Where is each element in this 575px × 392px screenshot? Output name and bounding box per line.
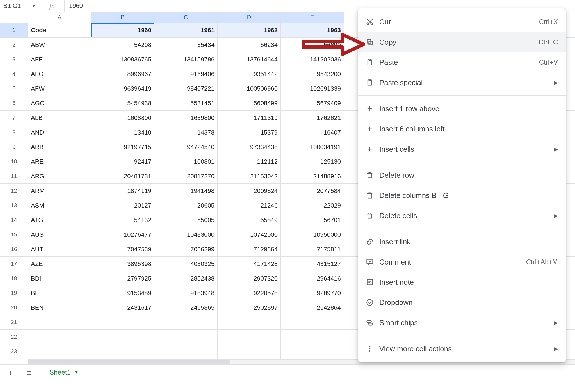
menu-item-insert-note[interactable]: Insert note	[358, 272, 566, 292]
data-cell[interactable]: AUT	[28, 242, 91, 256]
data-cell[interactable]: 1608800	[91, 111, 154, 125]
data-cell[interactable]	[154, 344, 218, 359]
row-header[interactable]: 11	[0, 169, 28, 183]
row-header[interactable]: 14	[0, 213, 28, 227]
menu-item-insert-cells[interactable]: Insert cells▶	[358, 139, 566, 159]
data-cell[interactable]: 14378	[154, 125, 218, 140]
data-cell[interactable]: AFW	[28, 81, 91, 96]
data-cell[interactable]: AZE	[28, 257, 91, 271]
data-cell[interactable]: 4171428	[218, 257, 281, 271]
header-cell[interactable]: Code	[28, 23, 91, 37]
data-cell[interactable]: 7086299	[154, 242, 218, 256]
row-header[interactable]: 21	[0, 315, 28, 329]
data-cell[interactable]: ARM	[28, 184, 91, 198]
data-cell[interactable]: BEL	[28, 286, 91, 300]
data-cell[interactable]: 20481781	[91, 169, 154, 183]
menu-item-insert-link[interactable]: Insert link	[358, 232, 566, 252]
data-cell[interactable]: 10742000	[218, 227, 281, 242]
data-cell[interactable]: AND	[28, 125, 91, 140]
data-cell[interactable]	[91, 315, 154, 329]
data-cell[interactable]	[281, 315, 344, 329]
data-cell[interactable]: 5531451	[154, 96, 218, 110]
data-cell[interactable]: 98407221	[154, 81, 218, 96]
data-cell[interactable]: 9351442	[218, 67, 281, 81]
data-cell[interactable]: AFG	[28, 67, 91, 81]
data-cell[interactable]: 2009524	[218, 184, 281, 198]
data-cell[interactable]: ABW	[28, 38, 91, 52]
select-all-corner[interactable]	[0, 12, 28, 23]
data-cell[interactable]	[218, 344, 281, 359]
data-cell[interactable]: 20605	[154, 198, 218, 213]
row-header[interactable]: 20	[0, 300, 28, 315]
data-cell[interactable]: 1874119	[91, 184, 154, 198]
column-header-e[interactable]: E	[281, 12, 344, 23]
data-cell[interactable]: 2431617	[91, 300, 154, 315]
data-cell[interactable]: 21246	[218, 198, 281, 213]
row-header[interactable]: 15	[0, 227, 28, 242]
data-cell[interactable]	[28, 315, 91, 329]
row-header[interactable]: 18	[0, 271, 28, 286]
data-cell[interactable]: AUS	[28, 227, 91, 242]
data-cell[interactable]: 9169406	[154, 67, 218, 81]
data-cell[interactable]: 100801	[154, 154, 218, 169]
data-cell[interactable]: 2077584	[281, 184, 344, 198]
data-cell[interactable]	[218, 330, 281, 344]
data-cell[interactable]: 92197715	[91, 140, 154, 154]
menu-item-delete-columns-b-g[interactable]: Delete columns B - G	[358, 185, 566, 206]
row-header[interactable]: 8	[0, 125, 28, 140]
data-cell[interactable]: 4030325	[154, 257, 218, 271]
data-cell[interactable]	[154, 330, 218, 344]
data-cell[interactable]: 55849	[218, 213, 281, 227]
data-cell[interactable]: ARG	[28, 169, 91, 183]
data-cell[interactable]: 13410	[91, 125, 154, 140]
data-cell[interactable]: 7175811	[281, 242, 344, 256]
menu-item-insert-6-columns-left[interactable]: Insert 6 columns left	[358, 119, 566, 139]
menu-item-delete-cells[interactable]: Delete cells▶	[358, 206, 566, 226]
data-cell[interactable]: 56701	[281, 213, 344, 227]
data-cell[interactable]: 9543200	[281, 67, 344, 81]
data-cell[interactable]: 4315127	[281, 257, 344, 271]
column-header-b[interactable]: B	[91, 12, 154, 23]
menu-item-paste[interactable]: PasteCtrl+V	[358, 52, 566, 72]
data-cell[interactable]	[28, 344, 91, 359]
data-cell[interactable]: BDI	[28, 271, 91, 286]
row-header[interactable]: 1	[0, 23, 28, 37]
data-cell[interactable]	[28, 330, 91, 344]
data-cell[interactable]: ARE	[28, 154, 91, 169]
data-cell[interactable]: 10276477	[91, 227, 154, 242]
data-cell[interactable]: 20127	[91, 198, 154, 213]
data-cell[interactable]: 5679409	[281, 96, 344, 110]
menu-item-cut[interactable]: CutCtrl+X	[358, 12, 566, 32]
data-cell[interactable]: 20817270	[154, 169, 218, 183]
data-cell[interactable]: 1762621	[281, 111, 344, 125]
data-cell[interactable]: AFE	[28, 52, 91, 67]
data-cell[interactable]	[281, 344, 344, 359]
data-cell[interactable]: 2964416	[281, 271, 344, 286]
row-header[interactable]: 5	[0, 81, 28, 96]
header-cell[interactable]: 1962	[218, 23, 281, 37]
sheet-tab[interactable]: Sheet1 ▼	[43, 366, 85, 380]
data-cell[interactable]: 1659800	[154, 111, 218, 125]
data-cell[interactable]: ATG	[28, 213, 91, 227]
data-cell[interactable]: BEN	[28, 300, 91, 315]
data-cell[interactable]: 2502897	[218, 300, 281, 315]
row-header[interactable]: 7	[0, 111, 28, 125]
all-sheets-button[interactable]: ≡	[24, 368, 34, 378]
row-header[interactable]: 10	[0, 154, 28, 169]
menu-item-insert-1-row-above[interactable]: Insert 1 row above	[358, 99, 566, 119]
data-cell[interactable]: 7129864	[218, 242, 281, 256]
data-cell[interactable]: 22029	[281, 198, 344, 213]
data-cell[interactable]	[91, 330, 154, 344]
data-cell[interactable]: 9183948	[154, 286, 218, 300]
row-header[interactable]: 13	[0, 198, 28, 213]
data-cell[interactable]: 2907320	[218, 271, 281, 286]
data-cell[interactable]: 1711319	[218, 111, 281, 125]
data-cell[interactable]: 55434	[154, 38, 218, 52]
column-header-c[interactable]: C	[154, 12, 218, 23]
data-cell[interactable]: 2542864	[281, 300, 344, 315]
name-box[interactable]: B1:G1 ▼	[0, 0, 39, 12]
row-header[interactable]: 3	[0, 52, 28, 67]
data-cell[interactable]: 5608499	[218, 96, 281, 110]
data-cell[interactable]	[281, 330, 344, 344]
data-cell[interactable]: 16407	[281, 125, 344, 140]
